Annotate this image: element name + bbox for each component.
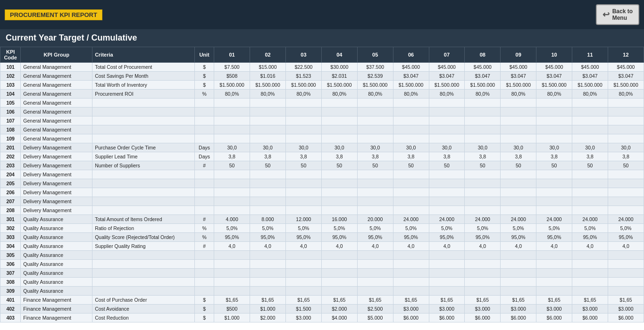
value-cell [285,134,321,143]
value-cell: $1,65 [429,296,465,305]
value-cell [572,206,608,215]
value-cell [465,188,501,197]
col-header-kpi-code: KPICode [0,47,21,63]
table-container: KPICode KPI Group Criteria Unit 01 02 03… [0,47,644,322]
value-cell [429,107,465,116]
value-cell [393,179,429,188]
value-cell: 95,0% [572,233,608,242]
unit-cell [194,188,214,197]
value-cell [536,99,572,107]
col-header-criteria: Criteria [92,47,195,63]
value-cell: 3,8 [536,152,572,161]
unit-cell: $ [194,63,214,72]
value-cell: $6.000 [429,314,465,322]
value-cell [572,116,608,125]
value-cell [608,287,644,296]
value-cell [250,197,286,206]
value-cell: 80,0% [250,90,286,99]
value-cell [214,188,250,197]
value-cell: 24.000 [572,215,608,224]
kpi-code-cell: 102 [0,72,21,81]
value-cell [214,125,250,134]
value-cell [321,170,357,179]
value-cell [429,179,465,188]
value-cell [285,278,321,287]
value-cell [321,260,357,269]
value-cell: 50 [393,161,429,170]
value-cell: 95,0% [393,233,429,242]
value-cell: 95,0% [285,233,321,242]
table-row: 402Finance ManagementCost Avoidance$$500… [0,305,644,314]
value-cell: $3.000 [501,305,536,314]
value-cell: 50 [321,161,357,170]
value-cell [357,116,393,125]
value-cell [214,99,250,107]
value-cell: 5,0% [465,224,501,233]
unit-cell: $ [194,305,214,314]
kpi-group-cell: Delivery Management [21,170,92,179]
value-cell: $45.000 [429,63,465,72]
table-row: 305Quality Assurance [0,251,644,260]
kpi-code-cell: 205 [0,179,21,188]
value-cell [321,206,357,215]
value-cell: $3.000 [285,314,321,322]
table-row: 203Delivery ManagementNumber of Supplier… [0,161,644,170]
value-cell [393,287,429,296]
criteria-cell: Supplier Lead Time [92,152,195,161]
value-cell: $2.031 [321,72,357,81]
value-cell [429,251,465,260]
value-cell: $3.000 [465,305,501,314]
value-cell [250,179,286,188]
value-cell [357,179,393,188]
kpi-code-cell: 309 [0,287,21,296]
value-cell: 4,0 [214,242,250,251]
value-cell [321,197,357,206]
value-cell: 20.000 [357,215,393,224]
col-header-04: 04 [321,47,357,63]
value-cell: $6.000 [501,314,536,322]
value-cell [465,269,501,278]
value-cell [536,251,572,260]
value-cell [608,134,644,143]
criteria-cell: Total Cost of Procurement [92,63,195,72]
value-cell: 30,0 [608,143,644,152]
value-cell [429,134,465,143]
value-cell [608,197,644,206]
unit-cell [194,197,214,206]
kpi-code-cell: 103 [0,81,21,90]
criteria-cell [92,125,195,134]
value-cell: 50 [214,161,250,170]
value-cell [393,188,429,197]
value-cell [501,99,536,107]
back-to-menu-button[interactable]: ↩ Back toMenu [596,4,639,25]
kpi-code-cell: 308 [0,278,21,287]
value-cell [429,188,465,197]
value-cell [250,99,286,107]
table-header-row: KPICode KPI Group Criteria Unit 01 02 03… [0,47,644,63]
value-cell [357,170,393,179]
value-cell: $1.500.000 [250,81,286,90]
value-cell [357,206,393,215]
value-cell: $1.523 [285,72,321,81]
criteria-cell: Cost Reduction [92,314,195,322]
value-cell: 30,0 [321,143,357,152]
kpi-code-cell: 305 [0,251,21,260]
value-cell: 24.000 [536,215,572,224]
criteria-cell: Quality Score (Rejected/Total Order) [92,233,195,242]
kpi-group-cell: General Management [21,99,92,107]
value-cell [572,125,608,134]
criteria-cell [92,188,195,197]
kpi-code-cell: 301 [0,215,21,224]
kpi-code-cell: 303 [0,233,21,242]
criteria-cell: Number of Suppliers [92,161,195,170]
value-cell: 3,8 [501,152,536,161]
value-cell [214,134,250,143]
table-row: 103General ManagementTotal Worth of Inve… [0,81,644,90]
value-cell: 95,0% [357,233,393,242]
col-header-01: 01 [214,47,250,63]
unit-cell: % [194,224,214,233]
value-cell [429,269,465,278]
kpi-code-cell: 108 [0,125,21,134]
value-cell [536,197,572,206]
value-cell [572,197,608,206]
